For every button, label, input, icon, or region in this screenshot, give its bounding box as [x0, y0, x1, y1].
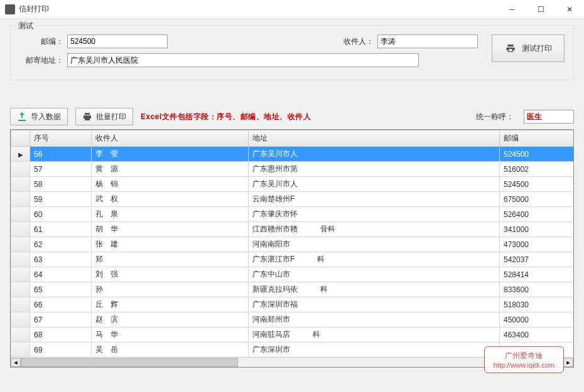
close-button[interactable]: ✕ [555, 0, 584, 19]
cell-recipient[interactable]: 吴 岳 [92, 342, 249, 358]
table-row[interactable]: 57黄 源广东惠州市第516002 [11, 162, 575, 177]
cell-postcode[interactable]: 528414 [500, 267, 575, 282]
cell-postcode[interactable]: 524500 [500, 147, 575, 162]
col-recipient[interactable]: 收件人 [92, 130, 249, 147]
cell-address[interactable]: 云南楚雄州F [249, 192, 500, 207]
test-print-button[interactable]: 测试打印 [492, 34, 565, 62]
excel-hint: Excel文件包括字段：序号、邮编、地址、收件人 [141, 112, 311, 122]
row-indicator [11, 342, 30, 358]
cell-recipient[interactable]: 刘 强 [92, 267, 249, 282]
cell-address[interactable]: 广东深圳市福 [249, 297, 500, 312]
import-icon [17, 112, 27, 122]
cell-seq[interactable]: 69 [30, 342, 92, 358]
cell-recipient[interactable]: 赵 滨 [92, 312, 249, 327]
table-row[interactable]: 61胡 华江西赣州市赣 骨科341000 [11, 222, 575, 237]
cell-address[interactable]: 江西赣州市赣 骨科 [249, 222, 500, 237]
table-row[interactable]: 66丘 辉广东深圳市福518030 [11, 297, 575, 312]
row-indicator [11, 312, 30, 327]
cell-recipient[interactable]: 李 莹 [92, 147, 249, 162]
table-row[interactable]: 64刘 强广东中山市528414 [11, 267, 575, 282]
table-row[interactable]: 59武 权云南楚雄州F675000 [11, 192, 575, 207]
cell-address[interactable]: 广东深圳市 [249, 342, 500, 358]
table-row[interactable]: 63郑广东湛江市F 科542037 [11, 252, 575, 267]
table-row[interactable]: 62张 建河南南阳市473000 [11, 237, 575, 252]
table-row[interactable]: 67赵 滨河南郑州市450000 [11, 312, 575, 327]
watermark-line2: http://www.iqidi.com [494, 361, 554, 369]
cell-seq[interactable]: 60 [30, 207, 92, 222]
recipient-input[interactable] [377, 34, 478, 48]
import-data-button[interactable]: 导入数据 [10, 108, 68, 125]
cell-recipient[interactable]: 孔 泉 [92, 207, 249, 222]
cell-postcode[interactable]: 473000 [500, 237, 575, 252]
cell-seq[interactable]: 58 [30, 177, 92, 192]
table-row[interactable]: 60孔 泉广东肇庆市怀526400 [11, 207, 575, 222]
batch-print-button[interactable]: 批量打印 [75, 108, 133, 125]
row-indicator [11, 207, 30, 222]
address-label: 邮寄地址： [18, 55, 67, 66]
cell-address[interactable]: 河南驻马店 科 [249, 327, 500, 342]
postcode-input[interactable] [67, 34, 168, 48]
col-seq[interactable]: 序号 [30, 130, 92, 147]
cell-seq[interactable]: 56 [30, 147, 92, 162]
row-header-corner [11, 130, 30, 147]
table-row[interactable]: 58杨 锦广东吴川市人524500 [11, 177, 575, 192]
table-row[interactable]: ▶56李 莹广东吴川市人524500 [11, 147, 575, 162]
cell-seq[interactable]: 62 [30, 237, 92, 252]
col-postcode[interactable]: 邮编 [500, 130, 575, 147]
row-indicator [11, 327, 30, 342]
cell-address[interactable]: 河南郑州市 [249, 312, 500, 327]
cell-seq[interactable]: 68 [30, 327, 92, 342]
cell-recipient[interactable]: 孙 [92, 282, 249, 297]
cell-recipient[interactable]: 马 华 [92, 327, 249, 342]
cell-seq[interactable]: 57 [30, 162, 92, 177]
col-address[interactable]: 地址 [249, 130, 500, 147]
minimize-button[interactable]: ─ [497, 0, 526, 19]
cell-recipient[interactable]: 郑 [92, 252, 249, 267]
table-row[interactable]: 65孙新疆克拉玛依 科833600 [11, 282, 575, 297]
cell-address[interactable]: 广东吴川市人 [249, 177, 500, 192]
cell-seq[interactable]: 63 [30, 252, 92, 267]
cell-address[interactable]: 新疆克拉玛依 科 [249, 282, 500, 297]
cell-recipient[interactable]: 黄 源 [92, 162, 249, 177]
scroll-right-button[interactable]: ► [563, 358, 573, 367]
scroll-thumb[interactable] [21, 358, 238, 367]
cell-postcode[interactable]: 341000 [500, 222, 575, 237]
cell-seq[interactable]: 59 [30, 192, 92, 207]
uniform-title-input[interactable] [524, 110, 574, 124]
cell-postcode[interactable]: 833600 [500, 282, 575, 297]
cell-postcode[interactable]: 463400 [500, 327, 575, 342]
import-label: 导入数据 [31, 112, 61, 122]
table-row[interactable]: 68马 华河南驻马店 科463400 [11, 327, 575, 342]
cell-recipient[interactable]: 丘 辉 [92, 297, 249, 312]
cell-address[interactable]: 广东中山市 [249, 267, 500, 282]
maximize-button[interactable]: ☐ [526, 0, 555, 19]
cell-recipient[interactable]: 张 建 [92, 237, 249, 252]
cell-postcode[interactable]: 516002 [500, 162, 575, 177]
cell-seq[interactable]: 67 [30, 312, 92, 327]
cell-address[interactable]: 广东湛江市F 科 [249, 252, 500, 267]
data-grid[interactable]: 序号 收件人 地址 邮编 ▶56李 莹广东吴川市人52450057黄 源广东惠州… [10, 129, 574, 368]
cell-address[interactable]: 河南南阳市 [249, 237, 500, 252]
cell-postcode[interactable]: 518030 [500, 297, 575, 312]
address-input[interactable] [67, 53, 419, 67]
toolbar: 导入数据 批量打印 Excel文件包括字段：序号、邮编、地址、收件人 统一称呼： [10, 108, 574, 125]
cell-postcode[interactable]: 526400 [500, 207, 575, 222]
postcode-label: 邮编： [18, 36, 67, 47]
cell-seq[interactable]: 66 [30, 297, 92, 312]
cell-address[interactable]: 广东惠州市第 [249, 162, 500, 177]
cell-recipient[interactable]: 杨 锦 [92, 177, 249, 192]
cell-postcode[interactable]: 524500 [500, 177, 575, 192]
cell-postcode[interactable]: 542037 [500, 252, 575, 267]
cell-postcode[interactable]: 450000 [500, 312, 575, 327]
cell-address[interactable]: 广东肇庆市怀 [249, 207, 500, 222]
cell-seq[interactable]: 64 [30, 267, 92, 282]
cell-postcode[interactable]: 675000 [500, 192, 575, 207]
test-legend: 测试 [16, 21, 36, 31]
cell-seq[interactable]: 61 [30, 222, 92, 237]
cell-seq[interactable]: 65 [30, 282, 92, 297]
cell-recipient[interactable]: 胡 华 [92, 222, 249, 237]
cell-address[interactable]: 广东吴川市人 [249, 147, 500, 162]
cell-recipient[interactable]: 武 权 [92, 192, 249, 207]
scroll-left-button[interactable]: ◄ [11, 358, 21, 367]
row-indicator: ▶ [11, 147, 30, 162]
